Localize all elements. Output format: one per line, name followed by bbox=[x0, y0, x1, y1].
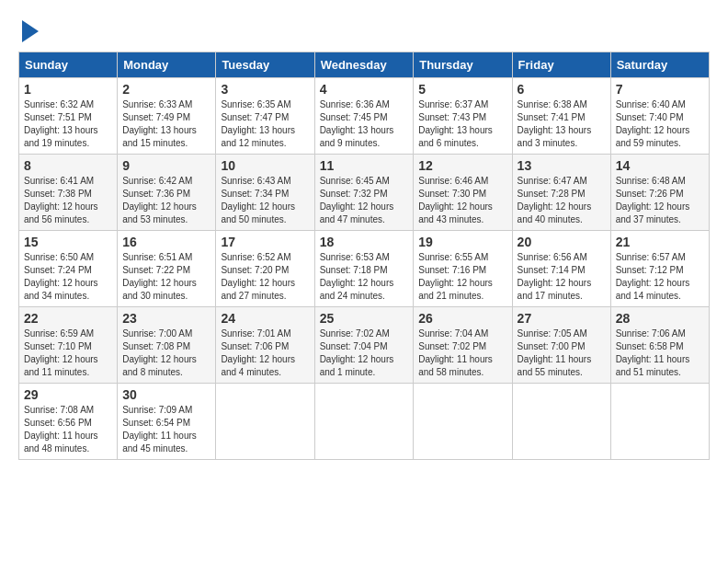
day-info: Sunrise: 6:47 AMSunset: 7:28 PMDaylight:… bbox=[518, 176, 592, 224]
calendar-cell: 26 Sunrise: 7:04 AMSunset: 7:02 PMDaylig… bbox=[414, 307, 512, 384]
calendar-cell bbox=[414, 384, 512, 460]
day-number: 9 bbox=[122, 158, 210, 173]
calendar-cell: 7 Sunrise: 6:40 AMSunset: 7:40 PMDayligh… bbox=[610, 78, 709, 155]
calendar-week-4: 22 Sunrise: 6:59 AMSunset: 7:10 PMDaylig… bbox=[19, 307, 710, 384]
day-number: 13 bbox=[518, 158, 606, 173]
day-info: Sunrise: 6:36 AMSunset: 7:45 PMDaylight:… bbox=[320, 99, 394, 148]
day-info: Sunrise: 6:42 AMSunset: 7:36 PMDaylight:… bbox=[122, 176, 197, 224]
calendar-cell: 8 Sunrise: 6:41 AMSunset: 7:38 PMDayligh… bbox=[19, 155, 118, 231]
weekday-header-monday: Monday bbox=[118, 52, 216, 78]
day-info: Sunrise: 7:02 AMSunset: 7:04 PMDaylight:… bbox=[320, 328, 394, 377]
day-number: 8 bbox=[24, 158, 112, 173]
day-number: 4 bbox=[320, 82, 409, 97]
day-info: Sunrise: 6:35 AMSunset: 7:47 PMDaylight:… bbox=[221, 99, 295, 148]
day-info: Sunrise: 7:06 AMSunset: 6:58 PMDaylight:… bbox=[616, 328, 690, 377]
day-number: 10 bbox=[221, 158, 309, 173]
calendar-cell: 19 Sunrise: 6:55 AMSunset: 7:16 PMDaylig… bbox=[414, 231, 512, 307]
day-info: Sunrise: 6:55 AMSunset: 7:16 PMDaylight:… bbox=[418, 252, 493, 301]
calendar-week-1: 1 Sunrise: 6:32 AMSunset: 7:51 PMDayligh… bbox=[19, 78, 710, 155]
calendar-cell: 23 Sunrise: 7:00 AMSunset: 7:08 PMDaylig… bbox=[118, 307, 216, 384]
day-info: Sunrise: 6:41 AMSunset: 7:38 PMDaylight:… bbox=[24, 176, 98, 224]
day-number: 6 bbox=[518, 82, 606, 97]
calendar-cell bbox=[610, 384, 709, 460]
day-info: Sunrise: 6:46 AMSunset: 7:30 PMDaylight:… bbox=[418, 176, 493, 224]
weekday-header-row: SundayMondayTuesdayWednesdayThursdayFrid… bbox=[19, 52, 710, 78]
calendar-cell: 17 Sunrise: 6:52 AMSunset: 7:20 PMDaylig… bbox=[216, 231, 314, 307]
calendar-cell: 6 Sunrise: 6:38 AMSunset: 7:41 PMDayligh… bbox=[512, 78, 610, 155]
calendar-cell: 15 Sunrise: 6:50 AMSunset: 7:24 PMDaylig… bbox=[19, 231, 118, 307]
day-info: Sunrise: 6:52 AMSunset: 7:20 PMDaylight:… bbox=[221, 252, 295, 301]
day-number: 7 bbox=[616, 82, 704, 97]
day-number: 11 bbox=[320, 158, 409, 173]
day-info: Sunrise: 7:05 AMSunset: 7:00 PMDaylight:… bbox=[518, 328, 592, 377]
day-number: 18 bbox=[320, 235, 409, 249]
weekday-header-wednesday: Wednesday bbox=[314, 52, 414, 78]
calendar-cell: 2 Sunrise: 6:33 AMSunset: 7:49 PMDayligh… bbox=[118, 78, 216, 155]
day-number: 16 bbox=[122, 235, 210, 249]
day-info: Sunrise: 6:51 AMSunset: 7:22 PMDaylight:… bbox=[122, 252, 197, 301]
day-info: Sunrise: 6:45 AMSunset: 7:32 PMDaylight:… bbox=[320, 176, 394, 224]
day-info: Sunrise: 6:53 AMSunset: 7:18 PMDaylight:… bbox=[320, 252, 394, 301]
day-info: Sunrise: 6:48 AMSunset: 7:26 PMDaylight:… bbox=[616, 176, 690, 224]
page-header bbox=[18, 18, 710, 42]
calendar-cell: 18 Sunrise: 6:53 AMSunset: 7:18 PMDaylig… bbox=[314, 231, 414, 307]
weekday-header-tuesday: Tuesday bbox=[216, 52, 314, 78]
calendar-cell bbox=[314, 384, 414, 460]
day-info: Sunrise: 7:08 AMSunset: 6:56 PMDaylight:… bbox=[24, 405, 98, 454]
day-number: 17 bbox=[221, 235, 309, 249]
calendar-cell: 20 Sunrise: 6:56 AMSunset: 7:14 PMDaylig… bbox=[512, 231, 610, 307]
day-number: 20 bbox=[518, 235, 606, 249]
logo-arrow-icon bbox=[22, 20, 39, 42]
day-number: 28 bbox=[616, 311, 704, 326]
weekday-header-sunday: Sunday bbox=[19, 52, 118, 78]
calendar-cell bbox=[512, 384, 610, 460]
day-info: Sunrise: 6:33 AMSunset: 7:49 PMDaylight:… bbox=[122, 99, 197, 148]
day-number: 5 bbox=[418, 82, 506, 97]
day-info: Sunrise: 6:59 AMSunset: 7:10 PMDaylight:… bbox=[24, 328, 98, 377]
day-info: Sunrise: 7:09 AMSunset: 6:54 PMDaylight:… bbox=[122, 405, 197, 454]
day-info: Sunrise: 6:57 AMSunset: 7:12 PMDaylight:… bbox=[616, 252, 690, 301]
calendar-cell: 30 Sunrise: 7:09 AMSunset: 6:54 PMDaylig… bbox=[118, 384, 216, 460]
day-number: 15 bbox=[24, 235, 112, 249]
day-info: Sunrise: 6:32 AMSunset: 7:51 PMDaylight:… bbox=[24, 99, 98, 148]
day-number: 1 bbox=[24, 82, 112, 97]
calendar-week-5: 29 Sunrise: 7:08 AMSunset: 6:56 PMDaylig… bbox=[19, 384, 710, 460]
calendar-cell: 28 Sunrise: 7:06 AMSunset: 6:58 PMDaylig… bbox=[610, 307, 709, 384]
day-info: Sunrise: 7:00 AMSunset: 7:08 PMDaylight:… bbox=[122, 328, 197, 377]
calendar-week-3: 15 Sunrise: 6:50 AMSunset: 7:24 PMDaylig… bbox=[19, 231, 710, 307]
day-number: 21 bbox=[616, 235, 704, 249]
day-number: 23 bbox=[122, 311, 210, 326]
weekday-header-saturday: Saturday bbox=[610, 52, 709, 78]
logo bbox=[18, 18, 39, 42]
calendar-cell: 11 Sunrise: 6:45 AMSunset: 7:32 PMDaylig… bbox=[314, 155, 414, 231]
calendar-cell bbox=[216, 384, 314, 460]
calendar-cell: 13 Sunrise: 6:47 AMSunset: 7:28 PMDaylig… bbox=[512, 155, 610, 231]
calendar-cell: 24 Sunrise: 7:01 AMSunset: 7:06 PMDaylig… bbox=[216, 307, 314, 384]
day-info: Sunrise: 6:50 AMSunset: 7:24 PMDaylight:… bbox=[24, 252, 98, 301]
calendar-cell: 9 Sunrise: 6:42 AMSunset: 7:36 PMDayligh… bbox=[118, 155, 216, 231]
calendar-cell: 5 Sunrise: 6:37 AMSunset: 7:43 PMDayligh… bbox=[414, 78, 512, 155]
day-info: Sunrise: 6:40 AMSunset: 7:40 PMDaylight:… bbox=[616, 99, 690, 148]
calendar-cell: 29 Sunrise: 7:08 AMSunset: 6:56 PMDaylig… bbox=[19, 384, 118, 460]
day-number: 27 bbox=[518, 311, 606, 326]
calendar-week-2: 8 Sunrise: 6:41 AMSunset: 7:38 PMDayligh… bbox=[19, 155, 710, 231]
day-info: Sunrise: 6:56 AMSunset: 7:14 PMDaylight:… bbox=[518, 252, 592, 301]
weekday-header-friday: Friday bbox=[512, 52, 610, 78]
calendar-cell: 25 Sunrise: 7:02 AMSunset: 7:04 PMDaylig… bbox=[314, 307, 414, 384]
day-number: 2 bbox=[122, 82, 210, 97]
calendar-cell: 3 Sunrise: 6:35 AMSunset: 7:47 PMDayligh… bbox=[216, 78, 314, 155]
calendar-cell: 1 Sunrise: 6:32 AMSunset: 7:51 PMDayligh… bbox=[19, 78, 118, 155]
calendar-cell: 14 Sunrise: 6:48 AMSunset: 7:26 PMDaylig… bbox=[610, 155, 709, 231]
calendar-cell: 22 Sunrise: 6:59 AMSunset: 7:10 PMDaylig… bbox=[19, 307, 118, 384]
day-number: 25 bbox=[320, 311, 409, 326]
day-info: Sunrise: 6:38 AMSunset: 7:41 PMDaylight:… bbox=[518, 99, 592, 148]
day-number: 3 bbox=[221, 82, 309, 97]
calendar-cell: 16 Sunrise: 6:51 AMSunset: 7:22 PMDaylig… bbox=[118, 231, 216, 307]
calendar-cell: 21 Sunrise: 6:57 AMSunset: 7:12 PMDaylig… bbox=[610, 231, 709, 307]
day-info: Sunrise: 6:43 AMSunset: 7:34 PMDaylight:… bbox=[221, 176, 295, 224]
day-number: 24 bbox=[221, 311, 309, 326]
calendar-cell: 4 Sunrise: 6:36 AMSunset: 7:45 PMDayligh… bbox=[314, 78, 414, 155]
day-info: Sunrise: 6:37 AMSunset: 7:43 PMDaylight:… bbox=[418, 99, 493, 148]
weekday-header-thursday: Thursday bbox=[414, 52, 512, 78]
day-number: 26 bbox=[418, 311, 506, 326]
